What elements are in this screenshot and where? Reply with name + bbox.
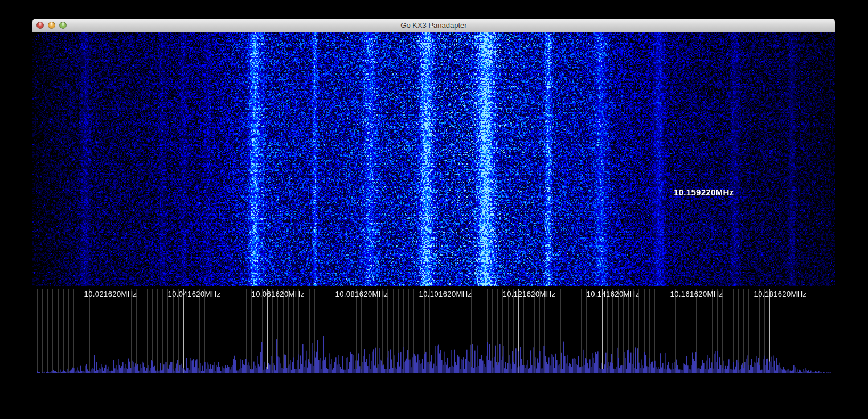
axis-tick-label: 10.161620MHz [670, 290, 723, 298]
axis-tick-label: 10.101620MHz [419, 290, 472, 298]
app-window: Go KX3 Panadapter 10.159220MHz 10.021620… [32, 19, 835, 401]
axis-tick-label: 10.061620MHz [252, 290, 305, 298]
axis-tick-label: 10.021620MHz [84, 290, 137, 298]
axis-tick-label: 10.181620MHz [754, 290, 807, 298]
axis-tick-label: 10.081620MHz [335, 290, 388, 298]
window-title: Go KX3 Panadapter [32, 19, 835, 32]
tuned-frequency-label: 10.159220MHz [674, 187, 734, 197]
axis-tick-label: 10.041620MHz [168, 290, 221, 298]
spectrum-display[interactable] [32, 287, 835, 377]
waterfall-spectrogram[interactable] [32, 32, 835, 286]
desktop: Go KX3 Panadapter 10.159220MHz 10.021620… [0, 0, 868, 419]
axis-tick-label: 10.141620MHz [587, 290, 640, 298]
window-titlebar[interactable]: Go KX3 Panadapter [32, 19, 835, 33]
axis-tick-label: 10.121620MHz [503, 290, 556, 298]
